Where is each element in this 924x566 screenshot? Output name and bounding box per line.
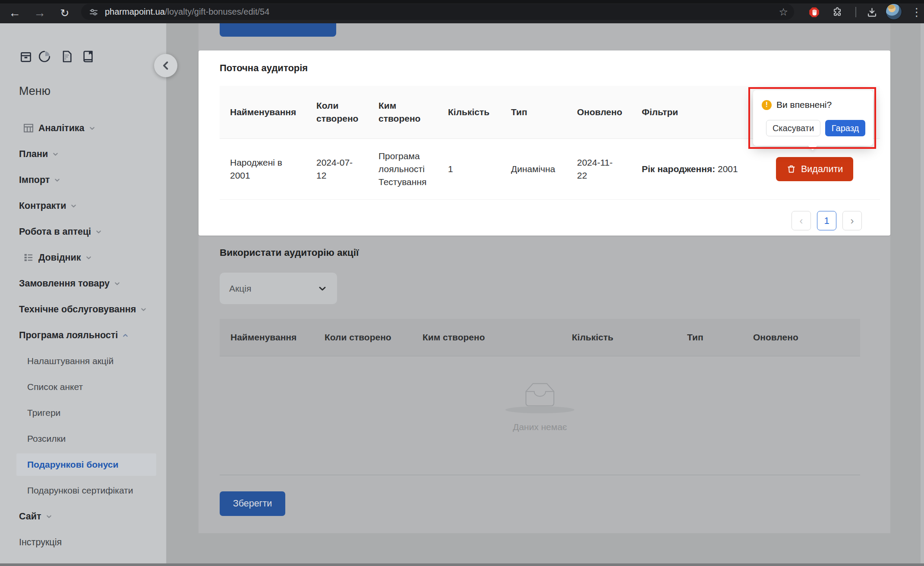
url-path: /loyalty/gift-bonuses/edit/54 <box>165 7 269 16</box>
cancel-button[interactable]: Скасувати <box>766 120 820 136</box>
forward-icon[interactable]: → <box>31 4 48 22</box>
pie-chart-icon[interactable] <box>38 49 51 64</box>
sidebar-item-label: Замовлення товару <box>19 278 110 289</box>
url-host: pharmapoint.ua <box>105 7 165 16</box>
horizontal-scrollbar[interactable] <box>0 563 924 566</box>
column-header-updated: Оновлено <box>742 332 860 343</box>
site-settings-icon[interactable] <box>88 7 99 17</box>
sidebar: Меню Аналітика Плани Імпорт Контракти Ро… <box>0 23 167 563</box>
sidebar-item-label: Подарункові сертифікати <box>27 485 133 496</box>
exclamation-mark: ! <box>766 101 768 109</box>
use-audience-title: Використати аудиторію акції <box>220 247 359 258</box>
column-header-created-by: Ким створено <box>412 332 561 343</box>
file-text-icon[interactable] <box>60 49 74 64</box>
toolbar-separator <box>855 7 856 17</box>
sidebar-item-label: Інструкція <box>19 537 62 548</box>
next-page-button[interactable]: › <box>842 211 862 230</box>
sidebar-item-instruction[interactable]: Інструкція <box>0 529 167 555</box>
chevron-down-icon <box>95 229 102 235</box>
prev-page-button[interactable]: ‹ <box>792 211 811 230</box>
sidebar-item-directory[interactable]: Довідник <box>0 245 167 270</box>
page-number: 1 <box>824 215 829 226</box>
browser-window: ← → ↻ pharmapoint.ua/loyalty/gift-bonuse… <box>0 0 924 566</box>
browser-menu-icon[interactable]: ⋮ <box>908 3 924 21</box>
archive-box-icon[interactable] <box>19 49 33 64</box>
extensions-icon[interactable] <box>829 3 846 21</box>
profile-avatar[interactable] <box>886 3 902 20</box>
sidebar-item-label: Тригери <box>27 408 60 418</box>
sidebar-item-gift-bonuses[interactable]: Подарункові бонуси <box>0 452 167 478</box>
sidebar-item-questionnaires[interactable]: Список анкет <box>0 374 167 400</box>
url-text: pharmapoint.ua/loyalty/gift-bonuses/edit… <box>105 7 269 17</box>
sidebar-item-contracts[interactable]: Контракти <box>0 193 167 219</box>
sidebar-item-maintenance[interactable]: Технічне обслуговування <box>0 296 167 322</box>
sidebar-item-plans[interactable]: Плани <box>0 141 167 167</box>
filter-value: 2001 <box>718 164 738 174</box>
sidebar-menu: Аналітика Плани Імпорт Контракти Робота … <box>0 115 167 555</box>
sidebar-item-gift-certificates[interactable]: Подарункові сертифікати <box>0 478 167 503</box>
vertical-scrollbar[interactable] <box>921 23 924 563</box>
warning-icon: ! <box>762 100 772 110</box>
empty-state: Даних немає <box>475 382 605 432</box>
sidebar-item-import[interactable]: Імпорт <box>0 167 167 193</box>
address-bar[interactable]: pharmapoint.ua/loyalty/gift-bonuses/edit… <box>81 4 794 20</box>
chevron-down-icon <box>54 177 60 183</box>
cell-actions: Видалити <box>765 139 880 200</box>
sidebar-item-product-orders[interactable]: Замовлення товару <box>0 270 167 296</box>
column-header-type: Тип <box>676 332 742 343</box>
promo-select[interactable]: Акція <box>220 273 337 304</box>
ok-button[interactable]: Гаразд <box>825 120 865 136</box>
cell-created: 2024-07-12 <box>306 139 368 200</box>
trash-icon <box>786 164 796 174</box>
downloads-icon[interactable] <box>863 3 880 21</box>
chevron-left-icon: ‹ <box>800 215 803 227</box>
promo-select-placeholder: Акція <box>229 283 251 294</box>
sidebar-item-label: Імпорт <box>19 175 50 186</box>
sidebar-menu-title: Меню <box>19 85 50 98</box>
cell-type: Динамічна <box>501 139 567 200</box>
table-grid-icon <box>22 122 35 134</box>
sidebar-item-label: Довідник <box>38 252 81 263</box>
sidebar-item-mailings[interactable]: Розсилки <box>0 426 167 452</box>
column-header-name: Найменування <box>220 86 306 139</box>
current-audience-title: Поточна аудиторія <box>220 63 308 74</box>
cell-name: Народжені в 2001 <box>220 139 306 200</box>
sidebar-item-site[interactable]: Сайт <box>0 503 167 529</box>
column-header-filters: Фільтри <box>631 86 765 139</box>
adblock-extension-icon[interactable] <box>805 3 823 21</box>
column-header-updated: Оновлено <box>567 86 631 139</box>
sidebar-item-analytics[interactable]: Аналітика <box>0 115 167 141</box>
sidebar-item-label: Подарункові бонуси <box>27 459 118 470</box>
sidebar-item-loyalty-program[interactable]: Програма лояльності <box>0 322 167 348</box>
sidebar-item-label: Сайт <box>19 511 41 522</box>
sidebar-item-pharmacy-work[interactable]: Робота в аптеці <box>0 219 167 245</box>
bookmark-star-icon[interactable]: ☆ <box>779 6 788 18</box>
sidebar-item-label: Налаштування акцій <box>27 356 114 366</box>
promo-table-header-row: Найменування Коли створено Ким створено … <box>220 319 860 356</box>
page-1-button[interactable]: 1 <box>817 211 836 230</box>
sidebar-item-label: Плани <box>19 149 48 160</box>
cell-created-by: Програма лояльності Тестування <box>368 139 438 200</box>
reload-icon[interactable]: ↻ <box>56 4 73 22</box>
sidebar-item-promo-settings[interactable]: Налаштування акцій <box>0 348 167 374</box>
delete-button[interactable]: Видалити <box>776 157 853 181</box>
sidebar-item-label: Аналітика <box>38 123 85 134</box>
column-header-name: Найменування <box>220 332 314 343</box>
list-icon <box>22 252 35 264</box>
chevron-right-icon: › <box>851 215 854 227</box>
chevron-down-icon <box>114 280 120 287</box>
chevron-down-icon <box>52 151 59 157</box>
sidebar-item-triggers[interactable]: Тригери <box>0 400 167 426</box>
sidebar-item-label: Контракти <box>19 201 66 211</box>
column-header-created: Коли створено <box>314 332 412 343</box>
column-header-created: Коли створено <box>306 86 368 139</box>
book-icon[interactable] <box>81 49 95 64</box>
clipped-top-button[interactable] <box>220 23 336 37</box>
cell-updated: 2024-11-22 <box>567 139 631 200</box>
back-icon[interactable]: ← <box>6 4 23 22</box>
chevron-down-icon <box>70 203 77 209</box>
sidebar-item-label: Програма лояльності <box>19 330 118 341</box>
save-button[interactable]: Зберегти <box>220 491 285 516</box>
sidebar-collapse-button[interactable] <box>154 54 177 77</box>
confirm-popover: ! Ви впевнені? Скасувати Гаразд <box>753 90 873 146</box>
